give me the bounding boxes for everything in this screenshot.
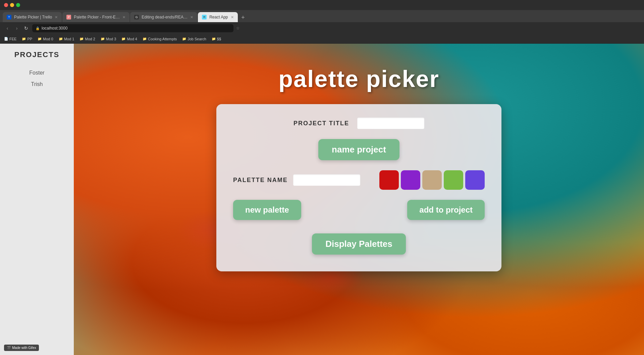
security-icon: 🔒 [36, 27, 40, 30]
palette-name-label: PALETTE NAME [233, 177, 288, 184]
tab-bar: T Palette Picker | Trello ✕ P Palette Pi… [0, 10, 644, 22]
bookmark-mod3[interactable]: 📁 Mod 3 [101, 37, 116, 41]
sidebar-title: PROJECTS [0, 50, 74, 59]
back-button[interactable]: ‹ [4, 26, 11, 31]
maximize-window-button[interactable] [16, 3, 20, 7]
reload-button[interactable]: ↻ [23, 26, 30, 31]
bookmark-icon-mod3: 📁 [101, 37, 105, 41]
main-card: PROJECT TITLE name project PALETTE NAME [216, 104, 501, 271]
bookmark-mod2[interactable]: 📁 Mod 2 [79, 37, 95, 41]
address-bar: ‹ › ↻ 🔒 localhost:3000 ☆ [0, 22, 644, 34]
bookmark-label-mod4: Mod 4 [127, 37, 137, 41]
color-swatches [379, 170, 485, 190]
tab-close-trello[interactable]: ✕ [55, 15, 58, 19]
buttons-row: new palette add to project [233, 200, 485, 220]
sidebar-project-foster[interactable]: Foster [0, 67, 74, 79]
bookmark-label-mod0: Mod 0 [43, 37, 53, 41]
bookmark-label-money: $$ [217, 37, 221, 41]
tab-title-github: Editing dead-ends/README.m... [142, 15, 187, 19]
bookmark-label-cooking: Cooking Attempts [148, 37, 177, 41]
bookmark-icon-mod2: 📁 [79, 37, 84, 41]
tab-favicon-github: G [134, 15, 139, 19]
bookmark-label-mod1: Mod 1 [64, 37, 74, 41]
bookmark-icon-jobs: 📁 [182, 37, 186, 41]
tab-frontend[interactable]: P Palette Picker - Front-End Eng... ✕ [62, 12, 129, 22]
gifex-icon: 🎬 [7, 346, 11, 350]
bookmark-label-mod2: Mod 2 [85, 37, 95, 41]
made-with-gifex-badge: 🎬 Made with Gifex [4, 345, 39, 351]
tab-favicon-trello: T [7, 15, 11, 19]
bookmark-button[interactable]: ☆ [236, 26, 240, 31]
bookmark-icon-pp: 📁 [22, 37, 26, 41]
tab-trello[interactable]: T Palette Picker | Trello ✕ [3, 12, 62, 22]
add-to-project-button[interactable]: add to project [407, 200, 485, 220]
bookmark-money[interactable]: 📁 $$ [212, 37, 221, 41]
header: palette picker [74, 44, 644, 114]
bookmark-icon-mod4: 📁 [121, 37, 125, 41]
palette-name-left: PALETTE NAME [233, 174, 360, 186]
bookmark-fee[interactable]: 📄 FEE [4, 37, 16, 41]
tab-close-react[interactable]: ✕ [231, 15, 234, 19]
color-swatch-4[interactable] [444, 170, 463, 190]
new-palette-button[interactable]: new palette [233, 200, 301, 220]
new-tab-button[interactable]: + [238, 13, 248, 22]
tab-favicon-frontend: P [66, 15, 71, 19]
close-window-button[interactable] [4, 3, 8, 7]
tab-github[interactable]: G Editing dead-ends/README.m... ✕ [130, 12, 197, 22]
bookmark-mod1[interactable]: 📁 Mod 1 [59, 37, 74, 41]
palette-name-input[interactable] [293, 174, 360, 186]
bookmark-icon-mod1: 📁 [59, 37, 63, 41]
project-title-input[interactable] [357, 118, 424, 129]
bookmark-jobs[interactable]: 📁 Job Search [182, 37, 206, 41]
project-title-row: PROJECT TITLE [233, 118, 485, 129]
bookmark-label-jobs: Job Search [187, 37, 206, 41]
color-swatch-2[interactable] [401, 170, 420, 190]
bookmark-icon-cooking: 📁 [143, 37, 147, 41]
palette-row: PALETTE NAME [233, 170, 485, 190]
sidebar: PROJECTS Foster Trish [0, 44, 74, 355]
bookmark-pp[interactable]: 📁 PP [22, 37, 32, 41]
bookmark-mod0[interactable]: 📁 Mod 0 [38, 37, 53, 41]
bookmark-icon-money: 📁 [212, 37, 216, 41]
browser-chrome: T Palette Picker | Trello ✕ P Palette Pi… [0, 0, 644, 44]
tab-favicon-react: R [202, 15, 207, 19]
main-area: palette picker PROJECT TITLE name projec… [74, 44, 644, 355]
url-bar[interactable]: 🔒 localhost:3000 [32, 24, 233, 32]
bookmarks-bar: 📄 FEE 📁 PP 📁 Mod 0 📁 Mod 1 📁 Mod 2 📁 Mod… [0, 34, 644, 44]
display-palettes-button[interactable]: Display Palettes [312, 233, 406, 255]
bookmark-label-fee: FEE [9, 37, 16, 41]
minimize-window-button[interactable] [10, 3, 14, 7]
tab-title-react: React App [209, 15, 228, 19]
tab-close-github[interactable]: ✕ [190, 15, 193, 19]
sidebar-project-trish[interactable]: Trish [0, 79, 74, 90]
gifex-label: Made with Gifex [12, 346, 36, 350]
forward-button[interactable]: › [13, 26, 20, 31]
color-swatch-3[interactable] [422, 170, 442, 190]
tab-close-frontend[interactable]: ✕ [122, 15, 125, 19]
bookmark-label-pp: PP [27, 37, 32, 41]
tab-react[interactable]: R React App ✕ [198, 12, 237, 22]
name-project-button[interactable]: name project [318, 139, 399, 160]
tab-title-frontend: Palette Picker - Front-End Eng... [74, 15, 120, 19]
url-text: localhost:3000 [42, 26, 67, 31]
bookmark-icon-fee: 📄 [4, 37, 8, 41]
bookmark-label-mod3: Mod 3 [106, 37, 116, 41]
color-swatch-5[interactable] [465, 170, 485, 190]
traffic-lights [4, 3, 20, 7]
bookmark-icon-mod0: 📁 [38, 37, 42, 41]
app-title: palette picker [278, 65, 439, 92]
title-bar [0, 0, 644, 10]
project-title-label: PROJECT TITLE [293, 120, 349, 127]
bookmark-cooking[interactable]: 📁 Cooking Attempts [143, 37, 177, 41]
bookmark-mod4[interactable]: 📁 Mod 4 [121, 37, 137, 41]
color-swatch-1[interactable] [379, 170, 399, 190]
tab-title-trello: Palette Picker | Trello [14, 15, 52, 19]
app-container: PROJECTS Foster Trish palette picker PRO… [0, 44, 644, 355]
